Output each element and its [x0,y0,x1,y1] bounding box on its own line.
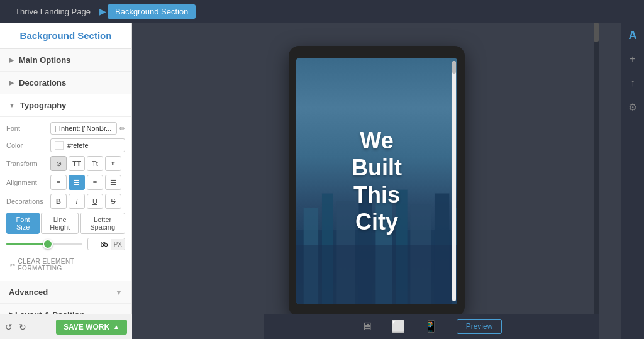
advanced-label: Advanced [9,287,48,297]
transform-uppercase-btn[interactable]: TT [69,156,85,171]
align-center-btn[interactable]: ☰ [69,175,85,190]
device-bar: 🖥 ⬜ 📱 Preview [264,314,599,339]
deco-buttons: B I U S [50,194,125,209]
color-control: #fefefe [50,138,125,152]
font-edit-icon[interactable]: ✏ [119,125,125,133]
save-label: SAVE WORK [64,323,109,331]
decorations-section[interactable]: ▶ Decorations [0,72,131,94]
breadcrumb-landing-page[interactable]: Thrive Landing Page [8,4,98,19]
align-left-btn[interactable]: ≡ [50,175,67,190]
canvas-heading-line1: We Built This City [336,126,417,235]
line-height-tab[interactable]: Line Height [41,213,79,234]
tablet-mockup: We Built This City [289,46,465,316]
clear-formatting-btn[interactable]: ✂ CLEAR ELEMENT FORMATTING [6,254,125,275]
underline-btn[interactable]: U [87,194,103,209]
transform-none-btn[interactable]: ⊘ [50,156,67,171]
canvas-content: We Built This City [132,23,621,339]
color-swatch [55,141,64,150]
bold-btn[interactable]: B [50,194,67,209]
transform-capitalize-btn[interactable]: Tt [87,156,103,171]
canvas-heading: We Built This City [336,126,417,235]
main-options-arrow: ▶ [9,57,14,64]
color-value: #fefefe [67,142,89,149]
align-buttons: ≡ ☰ ≡ ☰ [50,175,125,190]
save-button[interactable]: SAVE WORK ▲ [56,320,127,335]
slider-fill [6,243,48,245]
alignment-label: Alignment [6,179,50,186]
slider-thumb[interactable] [43,239,53,249]
slider-input[interactable]: 65 [88,238,111,250]
decorations-arrow: ▶ [9,79,14,86]
right-sidebar: A + ↑ ⚙ [621,23,644,339]
settings-icon[interactable]: ⚙ [625,99,640,114]
typography-section: ▼ Typography Font | Inherit: ["NonBr... … [0,94,131,281]
color-row: Color #fefefe [6,138,125,152]
strikethrough-btn[interactable]: S [105,194,121,209]
typography-header[interactable]: ▼ Typography [0,94,131,117]
canvas-scrollbar[interactable] [594,23,599,314]
tablet-scrollbar[interactable] [452,61,456,301]
bottom-icons: ↺ ↻ [5,322,26,332]
clear-formatting-icon: ✂ [10,262,16,269]
main-layout: Background Section ▶ Main Options ▶ Deco… [0,23,644,339]
transform-buttons: ⊘ TT Tt tt [50,156,125,171]
decorations-label: Decorations [19,78,66,87]
left-panel: Background Section ▶ Main Options ▶ Deco… [0,23,132,339]
slider-row: 65 PX [6,238,125,250]
transform-lowercase-btn[interactable]: tt [105,156,121,171]
font-tabs: Font Size Line Height Letter Spacing [6,213,125,234]
panel-title: Background Section [0,23,131,49]
plus-icon[interactable]: + [625,52,640,67]
slider-track [6,243,82,245]
font-size-tab[interactable]: Font Size [6,213,40,234]
slider-unit: PX [111,239,125,250]
advanced-chevron-icon: ▼ [115,288,123,297]
save-chevron-icon: ▲ [113,323,119,330]
alignment-row: Alignment ≡ ☰ ≡ ☰ [6,175,125,190]
letter-spacing-tab[interactable]: Letter Spacing [80,213,125,234]
main-options-label: Main Options [19,55,70,65]
transform-label: Transform [6,160,50,167]
tablet-scrollbar-thumb [452,61,456,74]
breadcrumb-background-section[interactable]: Background Section [108,4,196,19]
align-justify-btn[interactable]: ☰ [105,175,121,190]
svg-rect-11 [296,245,457,304]
main-options-section[interactable]: ▶ Main Options [0,49,131,72]
bottom-bar: ↺ ↻ SAVE WORK ▲ [0,314,132,339]
desktop-icon[interactable]: 🖥 [361,320,372,333]
slider-container[interactable] [6,238,82,250]
italic-btn[interactable]: I [69,194,85,209]
font-selector[interactable]: | Inherit: ["NonBr... [50,122,117,135]
font-value: Inherit: ["NonBr... [59,125,111,132]
preview-button[interactable]: Preview [457,319,502,334]
thrive-logo: A [625,28,640,43]
typography-body: Font | Inherit: ["NonBr... ✏ Color [0,117,131,281]
tablet-icon[interactable]: ⬜ [391,320,405,333]
decorations-row: Decorations B I U S [6,194,125,209]
undo-icon[interactable]: ↺ [5,322,13,332]
upload-icon[interactable]: ↑ [625,75,640,91]
slider-value-box: 65 PX [87,238,125,250]
transform-row: Transform ⊘ TT Tt tt [6,156,125,171]
decorations-row-label: Decorations [6,197,50,205]
font-control: | Inherit: ["NonBr... ✏ [50,122,125,135]
typography-label: Typography [20,101,66,110]
clear-formatting-label: CLEAR ELEMENT FORMATTING [18,258,119,272]
redo-icon[interactable]: ↻ [19,322,26,332]
breadcrumb-separator: ▶ [99,6,106,16]
mobile-icon[interactable]: 📱 [424,320,438,333]
color-label: Color [6,142,50,149]
canvas-area: We Built This City 🖥 ⬜ 📱 Preview [132,23,621,339]
canvas-scrollbar-thumb [594,23,599,42]
font-pipe: | [55,125,57,132]
breadcrumb-bar: Thrive Landing Page ▶ Background Section [0,0,644,23]
font-label: Font [6,125,50,132]
color-swatch-row[interactable]: #fefefe [50,138,125,152]
advanced-section[interactable]: Advanced ▼ [0,281,131,304]
typography-arrow: ▼ [9,102,15,109]
align-right-btn[interactable]: ≡ [87,175,103,190]
tablet-screen: We Built This City [296,58,457,304]
font-row: Font | Inherit: ["NonBr... ✏ [6,122,125,135]
